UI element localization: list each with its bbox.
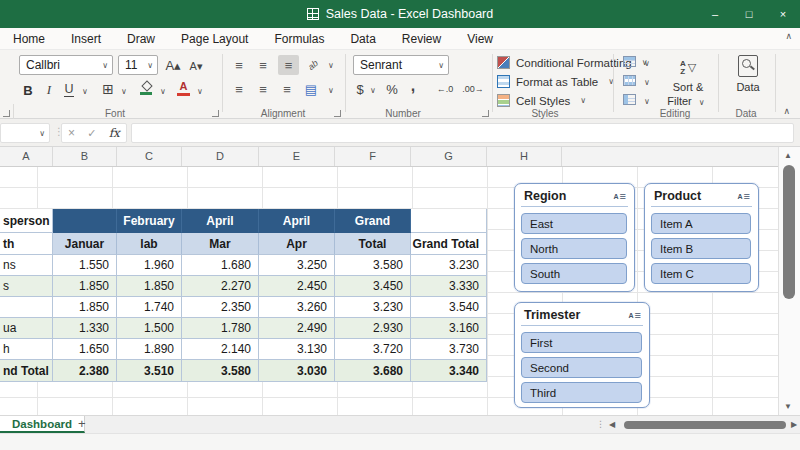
pivot-cell[interactable]: 1.740 [117, 297, 182, 318]
pivot-grand-total-spacer[interactable] [411, 209, 487, 233]
middle-align-button[interactable]: ≡ [254, 56, 272, 74]
multi-select-icon[interactable]: A≡ [629, 310, 641, 321]
slicer-button-third[interactable]: Third [521, 382, 642, 403]
ribbon-tab-page-layout[interactable]: Page Layout [168, 28, 261, 50]
pivot-cell[interactable]: 3.330 [411, 276, 487, 297]
font-color-dropdown-icon[interactable]: ∨ [193, 87, 207, 96]
slicer-button-north[interactable]: North [521, 238, 627, 259]
minimize-button[interactable]: – [698, 0, 732, 28]
slicer-region[interactable]: RegionA≡EastNorthSouth [514, 183, 635, 292]
column-header-c[interactable]: C [117, 147, 182, 166]
font-size-combo[interactable]: 11 ∨ [118, 55, 158, 75]
pivot-row-label[interactable]: ns [0, 255, 53, 276]
pivot-column-group-april[interactable]: April [182, 209, 259, 233]
align-center-button[interactable]: ≡ [254, 80, 272, 98]
data-types-button[interactable]: Data [727, 55, 769, 93]
column-header-a[interactable]: A [0, 147, 53, 166]
column-header-e[interactable]: E [259, 147, 335, 166]
pivot-total-cell[interactable]: 3.580 [182, 360, 259, 382]
pivot-row-label[interactable]: s [0, 276, 53, 297]
align-right-button[interactable]: ≡ [278, 80, 296, 98]
enter-icon[interactable]: ✓ [87, 127, 96, 140]
ribbon-tab-draw[interactable]: Draw [114, 28, 168, 50]
pivot-row-label[interactable] [0, 297, 53, 318]
bold-button[interactable]: B [20, 81, 36, 99]
pivot-column-group-blank[interactable] [53, 209, 117, 233]
pivot-cell[interactable]: 3.580 [335, 255, 411, 276]
pivot-grand-total-header[interactable]: Grand Total [411, 233, 487, 255]
scrollbar-resize-dots[interactable]: ⋮ [596, 419, 605, 429]
font-color-icon[interactable]: A [177, 80, 190, 96]
pivot-cell[interactable]: 3.450 [335, 276, 411, 297]
pivot-cell[interactable]: 2.930 [335, 318, 411, 339]
font-dialog-launcher-icon[interactable] [212, 110, 219, 117]
merge-center-icon[interactable]: ▤ [302, 80, 320, 98]
pivot-total-cell[interactable]: 2.380 [53, 360, 117, 382]
pivot-cell[interactable]: 2.350 [182, 297, 259, 318]
pivot-cell[interactable]: 1.890 [117, 339, 182, 360]
underline-button[interactable]: U [62, 81, 76, 99]
pivot-row-label[interactable]: h [0, 339, 53, 360]
pivot-cell[interactable]: 1.850 [117, 276, 182, 297]
ribbon-tab-data[interactable]: Data [337, 28, 388, 50]
pivot-cell[interactable]: 1.650 [53, 339, 117, 360]
slicer-button-second[interactable]: Second [521, 357, 642, 378]
cancel-icon[interactable]: × [68, 126, 75, 140]
clear-dropdown-icon[interactable]: ∨ [640, 97, 654, 106]
slicer-product[interactable]: ProductA≡Item AItem BItem C [644, 183, 759, 292]
pivot-cell[interactable]: 3.540 [411, 297, 487, 318]
vertical-scrollbar-thumb[interactable] [783, 165, 795, 299]
column-header-d[interactable]: D [182, 147, 259, 166]
pivot-cell[interactable]: 2.490 [259, 318, 335, 339]
ribbon-tab-view[interactable]: View [454, 28, 506, 50]
bottom-align-button[interactable]: ≡ [278, 55, 299, 75]
ribbon-tab-formulas[interactable]: Formulas [261, 28, 337, 50]
pivot-cell[interactable]: 3.130 [259, 339, 335, 360]
pivot-subheader-total[interactable]: Total [335, 233, 411, 255]
pivot-cell[interactable]: 2.450 [259, 276, 335, 297]
borders-icon[interactable]: ⊞ [99, 80, 117, 98]
increase-font-size-button[interactable]: A▴ [163, 55, 183, 75]
pivot-cell[interactable]: 3.160 [411, 318, 487, 339]
slicer-button-south[interactable]: South [521, 263, 627, 284]
column-header-h[interactable]: H [487, 147, 562, 166]
number-dialog-launcher-icon[interactable] [482, 110, 489, 117]
ribbon-tab-home[interactable]: Home [0, 28, 58, 50]
sheet-tab-dashboard[interactable]: Dashboard [0, 416, 85, 433]
percent-format-icon[interactable]: % [384, 80, 400, 98]
pivot-cell[interactable]: 1.680 [182, 255, 259, 276]
add-sheet-button[interactable]: + [78, 416, 86, 433]
pivot-cell[interactable]: 3.730 [411, 339, 487, 360]
pivot-cell[interactable]: 3.250 [259, 255, 335, 276]
pivot-row-label[interactable]: ua [0, 318, 53, 339]
merge-dropdown-icon[interactable]: ∨ [324, 86, 338, 95]
pivot-cell[interactable]: 2.140 [182, 339, 259, 360]
underline-dropdown-icon[interactable]: ∨ [78, 87, 92, 96]
orientation-icon[interactable]: ab [304, 56, 322, 74]
scroll-down-icon[interactable]: ▼ [784, 402, 792, 411]
pivot-corner-header[interactable]: sperson [0, 209, 53, 233]
fill-color-icon[interactable] [139, 80, 154, 96]
column-header-b[interactable]: B [53, 147, 117, 166]
pivot-cell[interactable]: 2.270 [182, 276, 259, 297]
slicer-button-east[interactable]: East [521, 213, 627, 234]
pivot-cell[interactable]: 3.230 [335, 297, 411, 318]
pivot-total-label[interactable]: nd Total [0, 360, 53, 382]
italic-button[interactable]: I [42, 81, 56, 99]
pivot-total-cell[interactable]: 3.680 [335, 360, 411, 382]
pivot-subheader-apr[interactable]: Apr [259, 233, 335, 255]
font-name-combo[interactable]: Callbri ∨ [19, 55, 113, 75]
slicer-button-item-c[interactable]: Item C [651, 263, 751, 284]
slicer-trimester[interactable]: TrimesterA≡FirstSecondThird [514, 302, 650, 408]
fill-dropdown-icon[interactable]: ∨ [640, 78, 654, 87]
column-header-f[interactable]: F [335, 147, 411, 166]
slicer-button-item-b[interactable]: Item B [651, 238, 751, 259]
multi-select-icon[interactable]: A≡ [738, 191, 750, 202]
pivot-cell[interactable]: 3.230 [411, 255, 487, 276]
sort-filter-button[interactable]: AZ ▽ Sort & Filter ∨ [662, 55, 714, 109]
pivot-total-cell[interactable]: 3.510 [117, 360, 182, 382]
pivot-total-cell[interactable]: 3.030 [259, 360, 335, 382]
collapse-ribbon-icon[interactable]: ∧ [783, 106, 790, 116]
name-box-dropdown-icon[interactable]: ∨ [35, 129, 49, 138]
pivot-cell[interactable]: 1.850 [53, 297, 117, 318]
